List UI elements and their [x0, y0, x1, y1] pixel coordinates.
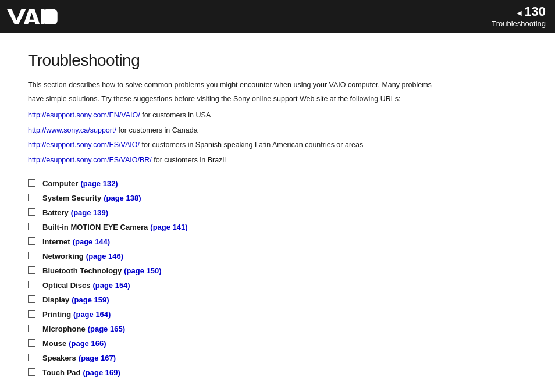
checkbox-icon — [28, 194, 35, 201]
item-label: Networking — [42, 252, 84, 261]
checkbox-icon — [28, 295, 35, 303]
checkbox-icon — [28, 325, 35, 332]
list-item: Networking (page 146) — [28, 251, 527, 261]
url-desc-1: for customers in USA — [140, 111, 211, 119]
svg-rect-2 — [27, 20, 36, 22]
topic-list: Computer (page 132) System Security (pag… — [28, 178, 527, 377]
item-link[interactable]: (page 159) — [72, 295, 109, 304]
list-item: Internet (page 144) — [28, 236, 527, 246]
item-link[interactable]: (page 150) — [124, 266, 161, 275]
checkbox-icon — [28, 354, 35, 361]
list-item: Mouse (page 166) — [28, 338, 527, 348]
url-line-1: http://esupport.sony.com/EN/VAIO/ for cu… — [28, 107, 527, 122]
checkbox-icon — [28, 208, 35, 216]
url-line-4: http://esupport.sony.com/ES/VAIO/BR/ for… — [28, 152, 527, 167]
page-number: 130 — [492, 5, 546, 18]
item-label: Internet — [42, 237, 70, 246]
item-label: Optical Discs — [42, 281, 90, 290]
intro-text-line2: have simple solutions. Try these suggest… — [28, 93, 527, 105]
svg-marker-0 — [7, 9, 26, 24]
checkbox-icon — [28, 266, 35, 274]
url-desc-3: for customers in Spanish speaking Latin … — [140, 141, 363, 149]
checkbox-icon — [28, 252, 35, 259]
item-link[interactable]: (page 141) — [150, 223, 187, 231]
list-item: Built-in MOTION EYE Camera (page 141) — [28, 222, 527, 231]
item-link[interactable]: (page 166) — [69, 339, 106, 348]
url-line-2: http://www.sony.ca/support/ for customer… — [28, 122, 527, 137]
item-label: Speakers — [42, 354, 76, 362]
item-link[interactable]: (page 164) — [73, 310, 111, 319]
svg-marker-1 — [24, 9, 40, 24]
checkbox-icon — [28, 339, 35, 347]
item-link[interactable]: (page 169) — [83, 368, 120, 377]
item-label: Touch Pad — [42, 368, 80, 377]
item-link[interactable]: (page 138) — [104, 194, 141, 202]
url-link-4[interactable]: http://esupport.sony.com/ES/VAIO/BR/ — [28, 156, 152, 164]
list-item: Touch Pad (page 169) — [28, 367, 527, 377]
list-item: Computer (page 132) — [28, 178, 527, 188]
list-item: System Security (page 138) — [28, 193, 527, 202]
checkbox-icon — [28, 281, 35, 288]
checkbox-icon — [28, 179, 35, 187]
page-title: Troubleshooting — [28, 51, 527, 70]
checkbox-icon — [28, 310, 35, 318]
list-item: Microphone (page 165) — [28, 323, 527, 333]
list-item: Display (page 159) — [28, 294, 527, 304]
item-label: Mouse — [42, 339, 66, 348]
header: 130 Troubleshooting — [0, 0, 555, 33]
item-label: Display — [42, 295, 69, 304]
item-label: Battery — [42, 208, 69, 217]
header-page-info: 130 Troubleshooting — [492, 5, 546, 28]
url-link-1[interactable]: http://esupport.sony.com/EN/VAIO/ — [28, 111, 140, 119]
item-link[interactable]: (page 154) — [92, 281, 130, 290]
item-link[interactable]: (page 146) — [86, 252, 123, 261]
item-label: Built-in MOTION EYE Camera — [42, 223, 148, 231]
list-item: Speakers (page 167) — [28, 352, 527, 362]
item-label: Bluetooth Technology — [42, 266, 122, 275]
url-desc-2: for customers in Canada — [116, 126, 198, 134]
vaio-logo — [7, 7, 59, 26]
url-desc-4: for customers in Brazil — [152, 156, 226, 164]
intro-block: This section describes how to solve comm… — [28, 79, 527, 166]
list-item: Bluetooth Technology (page 150) — [28, 265, 527, 275]
item-link[interactable]: (page 132) — [80, 179, 118, 188]
checkbox-icon — [28, 237, 35, 245]
url-line-3: http://esupport.sony.com/ES/VAIO/ for cu… — [28, 137, 527, 152]
intro-text-line1: This section describes how to solve comm… — [28, 79, 527, 91]
checkbox-icon — [28, 223, 35, 230]
item-label: Computer — [42, 179, 78, 188]
list-item: Printing (page 164) — [28, 309, 527, 319]
url-link-3[interactable]: http://esupport.sony.com/ES/VAIO/ — [28, 141, 140, 149]
list-item: Battery (page 139) — [28, 207, 527, 217]
item-link[interactable]: (page 167) — [79, 354, 116, 362]
item-label: Printing — [42, 310, 71, 319]
page-section-label: Troubleshooting — [492, 19, 546, 28]
item-link[interactable]: (page 139) — [71, 208, 108, 217]
list-item: Optical Discs (page 154) — [28, 280, 527, 290]
item-link[interactable]: (page 165) — [88, 325, 125, 333]
url-link-2[interactable]: http://www.sony.ca/support/ — [28, 126, 116, 134]
item-link[interactable]: (page 144) — [73, 237, 110, 246]
item-label: System Security — [42, 194, 101, 202]
checkbox-icon — [28, 368, 35, 376]
item-label: Microphone — [42, 325, 86, 333]
main-content: Troubleshooting This section describes h… — [0, 33, 555, 392]
